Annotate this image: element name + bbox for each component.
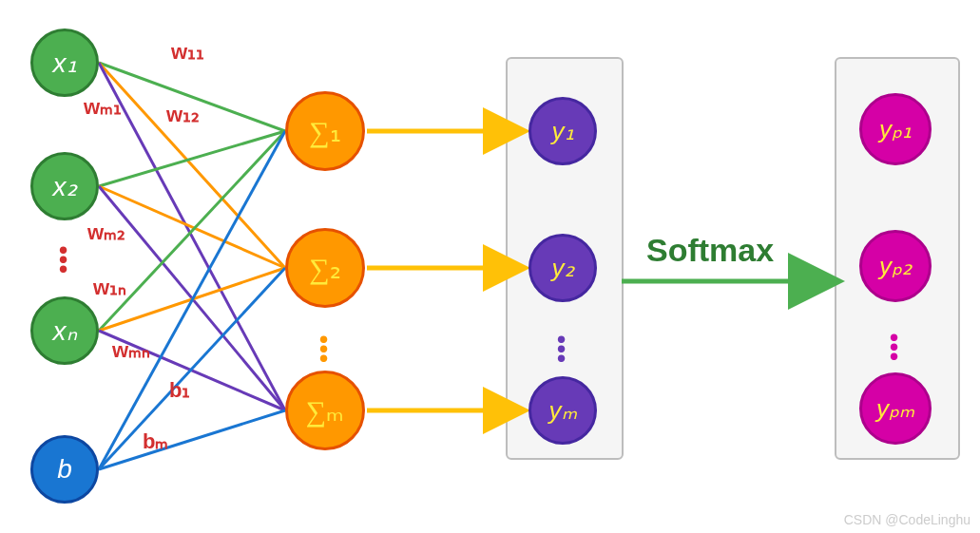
- sum-2: ∑₂: [285, 228, 365, 308]
- w11-label: w₁₁: [171, 40, 204, 65]
- svg-line-3: [99, 131, 285, 186]
- b1-label: b₁: [169, 378, 190, 403]
- wm1-label: wₘ₁: [84, 95, 122, 120]
- y-1-label: y₁: [552, 117, 574, 146]
- svg-line-4: [99, 186, 285, 268]
- input-x2-label: x₂: [53, 171, 77, 202]
- wmn-label: wₘₙ: [112, 338, 150, 363]
- sum-m-label: ∑ₘ: [306, 394, 344, 428]
- yp-1: yₚ₁: [859, 93, 932, 165]
- yp-m-label: yₚₘ: [876, 394, 914, 424]
- w1n-label: w₁ₙ: [93, 276, 126, 300]
- y-m-label: yₘ: [549, 396, 577, 426]
- y-1: y₁: [528, 97, 597, 165]
- wm2-label: wₘ₂: [87, 220, 125, 245]
- yp-2-label: yₚ₂: [879, 252, 912, 281]
- yp-2: yₚ₂: [859, 230, 932, 302]
- input-xn-label: xₙ: [53, 315, 77, 347]
- sum-m: ∑ₘ: [285, 371, 365, 450]
- y-m: yₘ: [528, 376, 597, 445]
- sum-1-label: ∑₁: [309, 115, 340, 148]
- y-2-label: y₂: [552, 254, 574, 283]
- input-x2: x₂: [30, 152, 99, 220]
- input-xn: xₙ: [30, 296, 99, 365]
- yp-vdots: •••: [890, 333, 898, 361]
- input-vdots: •••: [59, 245, 67, 274]
- sum-vdots: •••: [319, 334, 328, 363]
- y-vdots: •••: [557, 334, 566, 363]
- bias-b-label: b: [57, 454, 72, 485]
- sum-1: ∑₁: [285, 91, 365, 171]
- w12-label: w₁₂: [166, 103, 200, 127]
- sum-2-label: ∑₂: [309, 252, 340, 285]
- bias-b: b: [30, 435, 99, 504]
- y-2: y₂: [528, 234, 597, 302]
- softmax-label: Softmax: [646, 232, 774, 269]
- input-x1: x₁: [30, 29, 99, 97]
- watermark: CSDN @CodeLinghu: [844, 512, 970, 527]
- bm-label: bₘ: [143, 429, 168, 454]
- yp-m: yₚₘ: [859, 372, 932, 445]
- input-x1-label: x₁: [53, 48, 77, 79]
- yp-1-label: yₚ₁: [879, 115, 912, 144]
